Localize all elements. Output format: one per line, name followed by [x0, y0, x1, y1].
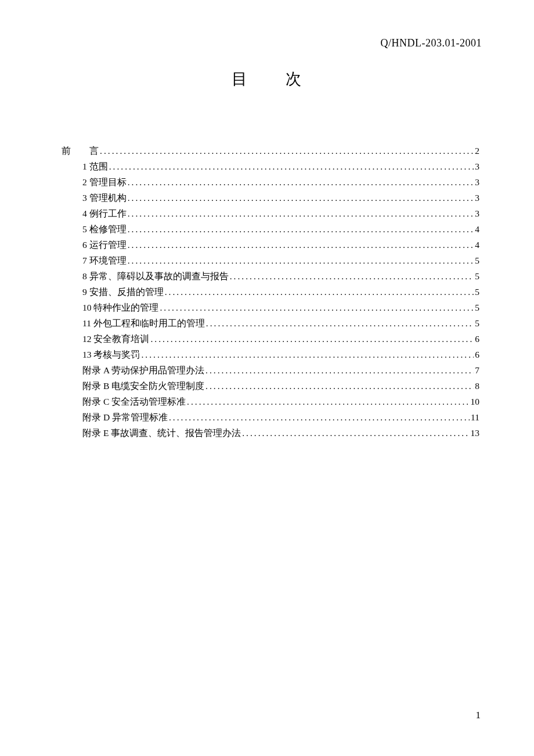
toc-page: 7 [475, 362, 479, 378]
toc-leader [128, 237, 474, 253]
page-number: 1 [476, 710, 481, 721]
toc-entry-preface: 前 言 2 [62, 143, 479, 159]
toc-label: 5 检修管理 [82, 221, 127, 237]
toc-entry: 4 例行工作 3 [82, 206, 479, 221]
toc-leader [141, 347, 474, 362]
toc-leader [206, 315, 474, 331]
toc-page: 10 [471, 394, 480, 409]
toc-leader [150, 331, 474, 347]
toc-page: 4 [475, 221, 479, 237]
toc-entry: 附录 D 异常管理标准 11 [82, 409, 479, 425]
toc-leader [100, 143, 474, 159]
toc-page: 6 [475, 347, 479, 362]
toc-leader [187, 394, 469, 409]
toc-entry: 6 运行管理 4 [82, 237, 479, 253]
toc: 前 言 2 1 范围 3 2 管理目标 3 3 管理机构 3 4 例行工作 3 … [64, 143, 479, 441]
toc-page: 3 [475, 206, 479, 221]
toc-label: 附录 E 事故调查、统计、报告管理办法 [82, 425, 241, 441]
toc-label: 1 范围 [82, 159, 108, 174]
toc-label: 附录 D 异常管理标准 [82, 409, 168, 425]
toc-entry: 10 特种作业的管理 5 [82, 300, 479, 315]
toc-label: 7 环境管理 [82, 253, 127, 268]
toc-leader [242, 425, 469, 441]
toc-page: 8 [475, 378, 479, 394]
toc-entry: 附录 B 电缆安全防火管理制度 8 [82, 378, 479, 394]
toc-page: 6 [475, 331, 479, 347]
toc-leader [109, 159, 474, 174]
title-part-b: 次 [286, 70, 302, 88]
toc-label: 13 考核与奖罚 [82, 347, 140, 362]
toc-leader [160, 300, 474, 315]
toc-preface-label: 言 [89, 143, 99, 159]
toc-label: 12 安全教育培训 [82, 331, 149, 347]
toc-label: 3 管理机构 [82, 190, 127, 206]
toc-page: 5 [475, 284, 479, 300]
toc-entry: 13 考核与奖罚 6 [82, 347, 479, 362]
toc-entry: 7 环境管理 5 [82, 253, 479, 268]
toc-label: 11 外包工程和临时用工的管理 [82, 315, 205, 331]
toc-entry: 附录 A 劳动保护用品管理办法 7 [82, 362, 479, 378]
toc-page: 3 [475, 174, 479, 190]
toc-entry: 9 安措、反措的管理 5 [82, 284, 479, 300]
doc-code: Q/HNDL-203.01-2001 [381, 37, 482, 49]
toc-page: 5 [475, 253, 479, 268]
toc-entry: 1 范围 3 [82, 159, 479, 174]
toc-entry: 附录 E 事故调查、统计、报告管理办法 13 [82, 425, 479, 441]
toc-label: 附录 B 电缆安全防火管理制度 [82, 378, 204, 394]
toc-label: 附录 C 安全活动管理标准 [82, 394, 186, 409]
toc-page: 2 [475, 143, 479, 159]
toc-page: 13 [471, 425, 480, 441]
toc-leader [128, 190, 474, 206]
toc-page: 4 [475, 237, 479, 253]
toc-leader [128, 206, 474, 221]
toc-page: 5 [475, 315, 479, 331]
toc-leader [205, 362, 474, 378]
toc-leader [165, 284, 474, 300]
toc-entry: 8 异常、障碍以及事故的调查与报告 5 [82, 268, 479, 284]
toc-leader [230, 268, 474, 284]
toc-entry: 5 检修管理 4 [82, 221, 479, 237]
toc-label: 8 异常、障碍以及事故的调查与报告 [82, 268, 229, 284]
toc-entry: 12 安全教育培训 6 [82, 331, 479, 347]
toc-label: 2 管理目标 [82, 174, 127, 190]
toc-page: 5 [475, 268, 479, 284]
toc-label: 10 特种作业的管理 [82, 300, 158, 315]
toc-entry: 3 管理机构 3 [82, 190, 479, 206]
toc-page: 11 [471, 409, 479, 425]
toc-label: 4 例行工作 [82, 206, 127, 221]
toc-entry: 2 管理目标 3 [82, 174, 479, 190]
toc-leader [128, 174, 474, 190]
toc-leader [169, 409, 470, 425]
toc-entry: 附录 C 安全活动管理标准 10 [82, 394, 479, 409]
toc-label: 附录 A 劳动保护用品管理办法 [82, 362, 204, 378]
toc-label: 6 运行管理 [82, 237, 127, 253]
toc-page: 5 [475, 300, 479, 315]
toc-entry: 11 外包工程和临时用工的管理 5 [82, 315, 479, 331]
title-part-a: 目 [232, 70, 248, 88]
page-title: 目次 [0, 69, 534, 89]
toc-preface-prefix: 前 [62, 143, 71, 159]
toc-leader [128, 221, 474, 237]
toc-leader [128, 253, 474, 268]
toc-page: 3 [475, 190, 479, 206]
toc-label: 9 安措、反措的管理 [82, 284, 164, 300]
toc-leader [205, 378, 474, 394]
toc-page: 3 [475, 159, 479, 174]
